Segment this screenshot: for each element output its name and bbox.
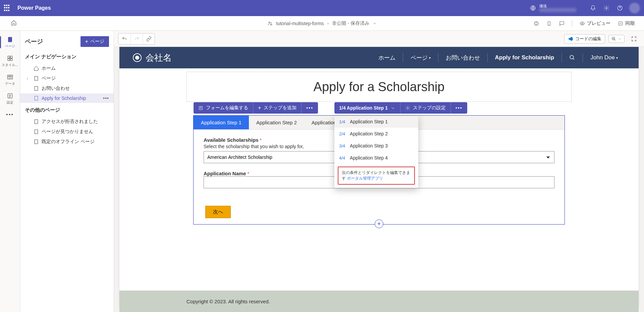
svg-rect-14 [7, 75, 12, 79]
add-section-button[interactable]: + [375, 220, 383, 228]
zoom-control[interactable] [608, 35, 625, 43]
tree-item-home[interactable]: ホーム [20, 63, 114, 73]
tree-item-pages[interactable]: ›ページ [20, 73, 114, 83]
page-heading: Apply for a Scholarship [314, 80, 445, 94]
design-canvas: 会社名 ホーム ページ▾ お問い合わせ Apply for Scholarshi… [119, 47, 639, 307]
svg-rect-12 [8, 58, 10, 60]
link-button[interactable] [143, 34, 155, 44]
svg-rect-11 [10, 56, 12, 58]
svg-point-23 [570, 55, 574, 59]
designer-toolbar: コードの編集 [114, 31, 644, 47]
svg-point-3 [269, 22, 270, 23]
scholarship-label: Available Scholarships [204, 137, 259, 143]
pages-panel: ページ +ページ メイン ナビゲーション ホーム ›ページ お問い合わせ App… [20, 31, 114, 312]
redo-button[interactable] [130, 34, 143, 44]
svg-rect-20 [35, 130, 38, 134]
section-main-nav: メイン ナビゲーション [20, 50, 114, 63]
form-more-button[interactable]: ••• [302, 102, 318, 114]
feedback-icon[interactable] [556, 19, 567, 27]
rail-settings[interactable]: 設定 [0, 89, 20, 108]
tab-step1[interactable]: Application Step 1 [194, 116, 249, 129]
step-more-button[interactable]: ••• [451, 102, 467, 114]
svg-rect-18 [35, 96, 38, 100]
mobile-preview-icon[interactable] [544, 19, 554, 27]
svg-point-4 [271, 23, 272, 25]
current-step-dropdown[interactable]: 1/4 Application Step 1 [334, 102, 400, 114]
heading-section[interactable]: Apply for a Scholarship [186, 72, 572, 102]
env-name-blurred [539, 8, 576, 12]
settings-icon[interactable] [600, 0, 613, 16]
nav-user[interactable]: John Doe▾ [583, 53, 625, 62]
svg-rect-16 [35, 76, 38, 80]
svg-point-5 [534, 21, 538, 25]
svg-rect-19 [35, 120, 38, 124]
svg-rect-21 [35, 140, 38, 144]
form-edit-bar: フォームを編集する +ステップを追加 ••• [194, 102, 318, 114]
help-icon[interactable] [613, 0, 627, 16]
nav-apply[interactable]: Apply for Scholarship [487, 53, 562, 62]
svg-rect-9 [8, 37, 12, 42]
next-button[interactable]: 次へ [205, 206, 231, 218]
env-label: 環境 [539, 4, 576, 8]
svg-rect-10 [8, 56, 10, 58]
tree-item-apply[interactable]: Apply for Scholarship••• [20, 93, 114, 103]
search-icon [569, 55, 575, 61]
main-area: コードの編集 会社名 ホーム ページ▾ お問い合わせ Apply for Sch… [114, 31, 644, 312]
app-launcher-icon[interactable] [4, 5, 11, 11]
sync-button[interactable]: 同期 [615, 19, 637, 28]
add-page-button[interactable]: +ページ [80, 36, 109, 47]
edit-code-button[interactable]: コードの編集 [564, 34, 605, 44]
portal-app-link[interactable]: ポータル管理アプリ [347, 176, 383, 181]
nav-search[interactable] [561, 53, 583, 62]
nav-pages[interactable]: ページ▾ [403, 53, 438, 62]
svg-rect-17 [35, 86, 38, 90]
rail-data[interactable]: データ [0, 70, 20, 89]
svg-point-7 [582, 23, 583, 24]
svg-rect-13 [10, 58, 12, 60]
tree-item-access-denied[interactable]: アクセスが拒否されました [20, 117, 114, 127]
chevron-down-icon [390, 106, 395, 111]
section-other-pages: その他のページ [20, 104, 114, 116]
step-option-1[interactable]: 1/4Application Step 1 [334, 116, 418, 128]
app-header: Power Pages 環境 [0, 0, 644, 16]
edit-form-button[interactable]: フォームを編集する [194, 102, 253, 114]
step-bar: 1/4 Application Step 1 ステップの設定 ••• [334, 102, 467, 114]
site-name: tutorial-multistep-forms [276, 21, 324, 26]
product-name: Power Pages [17, 5, 51, 11]
chevron-down-icon [618, 37, 622, 41]
step-option-2[interactable]: 2/4Application Step 2 [334, 128, 418, 140]
copyright-text: Copyright © 2023. All rights reserved. [186, 299, 270, 304]
more-icon[interactable]: ••• [103, 96, 109, 101]
rail-pages[interactable]: ページ [0, 33, 20, 52]
home-icon[interactable] [11, 20, 17, 27]
site-logo[interactable]: 会社名 [133, 52, 172, 64]
step-dropdown-popup: 1/4Application Step 1 2/4Application Ste… [334, 116, 418, 188]
tree-item-not-found[interactable]: ページが見つかりません [20, 127, 114, 137]
step-settings-button[interactable]: ステップの設定 [400, 102, 451, 114]
step-option-3[interactable]: 3/4Application Step 3 [334, 140, 418, 152]
tab-step2[interactable]: Application Step 2 [249, 116, 304, 129]
environment-picker[interactable]: 環境 [530, 4, 576, 12]
rail-style[interactable]: スタイル... [0, 52, 20, 70]
fullscreen-button[interactable] [628, 34, 640, 44]
rail-more[interactable]: ••• [0, 108, 20, 121]
logo-icon [133, 53, 142, 62]
user-avatar[interactable] [629, 3, 640, 13]
nav-home[interactable]: ホーム [371, 53, 403, 62]
tree-item-contact[interactable]: お問い合わせ [20, 83, 114, 93]
left-rail: ページ スタイル... データ 設定 ••• [0, 31, 20, 312]
tree-item-offline[interactable]: 既定のオフライン ページ [20, 137, 114, 147]
site-header-bar: tutorial-multistep-forms - 非公開 - 保存済み プレ… [0, 16, 644, 31]
site-name-dropdown[interactable]: tutorial-multistep-forms - 非公開 - 保存済み [267, 20, 377, 26]
undo-button[interactable] [118, 34, 130, 44]
preview-button[interactable]: プレビュー [577, 19, 613, 28]
panel-title: ページ [25, 38, 43, 46]
nav-contact[interactable]: お問い合わせ [438, 53, 487, 62]
step-option-4[interactable]: 4/4Application Step 4 [334, 152, 418, 164]
add-step-button[interactable]: +ステップを追加 [253, 102, 302, 114]
notifications-icon[interactable] [586, 0, 600, 16]
svg-point-1 [606, 7, 607, 9]
site-navigation: 会社名 ホーム ページ▾ お問い合わせ Apply for Scholarshi… [119, 47, 639, 68]
svg-point-25 [407, 107, 409, 109]
copilot-icon[interactable] [531, 19, 542, 27]
